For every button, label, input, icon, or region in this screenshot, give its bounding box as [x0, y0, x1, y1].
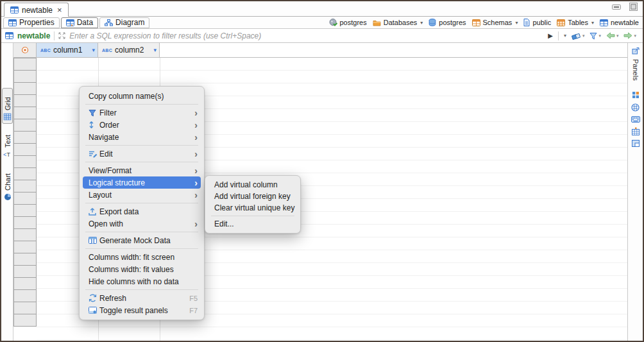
column-dropdown-icon[interactable]: ▾	[92, 47, 95, 53]
row-header-cell[interactable]	[13, 241, 37, 253]
row-header-cell[interactable]	[13, 143, 37, 156]
chevron-down-icon[interactable]: ▾	[420, 20, 423, 26]
tables-icon	[557, 19, 565, 26]
prev-arrow-button[interactable]: ▾	[606, 32, 619, 39]
breadcrumb-schemas[interactable]: Schemas▾	[472, 19, 518, 26]
menu-item-layout[interactable]: Layout›	[80, 189, 204, 201]
column-dropdown-icon[interactable]: ▾	[153, 47, 157, 53]
maximize-icon[interactable]	[629, 3, 638, 11]
menu-item-order[interactable]: Order›	[80, 119, 204, 131]
row-header-cell[interactable]	[13, 180, 37, 192]
breadcrumb-databases[interactable]: Databases▾	[373, 19, 423, 26]
tab-text[interactable]: <TText	[2, 129, 13, 161]
submenu-item-add-virtual-column[interactable]: Add virtual column	[205, 179, 300, 191]
submenu-item-edit[interactable]: Edit...	[205, 218, 300, 230]
next-arrow-button[interactable]: ▾	[623, 32, 636, 39]
tab-properties[interactable]: Properties	[3, 17, 60, 28]
menu-item-filter[interactable]: Filter›	[80, 107, 204, 119]
submenu-item-add-virtual-foreign-key[interactable]: Add virtual foreign key	[205, 191, 300, 202]
row-header-cell[interactable]	[13, 204, 37, 217]
row-header-cell[interactable]	[13, 70, 37, 83]
menu-item-label: Layout	[89, 191, 112, 200]
row-header-cell[interactable]	[13, 277, 37, 290]
tab-chart[interactable]: Chart	[2, 165, 13, 203]
breadcrumb-tables[interactable]: Tables▾	[557, 19, 594, 26]
chevron-down-icon[interactable]: ▾	[582, 33, 585, 38]
menu-item-copy-column-name-s[interactable]: Copy column name(s)	[80, 90, 204, 102]
row-header-cell[interactable]	[13, 216, 37, 229]
submenu-chevron-icon: ›	[194, 219, 198, 228]
menu-item-label: View/Format	[89, 166, 131, 175]
editor-tab-label: newtable	[22, 6, 53, 15]
row-header-cell[interactable]	[13, 253, 37, 266]
tab-diagram[interactable]: Diagram	[99, 17, 149, 28]
execute-button[interactable]: ▶	[548, 32, 553, 39]
value-viewer-panel-icon[interactable]	[632, 140, 640, 147]
column-header-column1[interactable]: ABCcolumn1▾	[37, 43, 98, 57]
close-icon[interactable]: ×	[57, 5, 62, 15]
row-header-cell[interactable]	[13, 94, 37, 107]
chevron-down-icon[interactable]: ▾	[616, 33, 619, 38]
row-header-cell[interactable]	[13, 265, 37, 278]
chevron-down-icon[interactable]: ▾	[634, 33, 636, 38]
breadcrumb-databases-label: Databases	[384, 19, 418, 26]
shortcut-label: F5	[189, 295, 198, 302]
calc-panel-icon[interactable]	[632, 91, 640, 99]
menu-item-hide-columns-with-no-data[interactable]: Hide columns with no data	[80, 275, 204, 287]
filters-button[interactable]: ▾	[589, 32, 601, 40]
row-header-cell[interactable]	[13, 314, 37, 327]
row-header-cell[interactable]	[13, 58, 37, 71]
row-header-cell[interactable]	[13, 302, 37, 314]
breadcrumb-schema[interactable]: public	[523, 19, 551, 26]
column-header-column2[interactable]: ABCcolumn2▾	[98, 43, 160, 57]
menu-item-logical-structure[interactable]: Logical structure›	[83, 176, 201, 189]
row-header-cell[interactable]	[13, 131, 37, 144]
editor-tab-newtable[interactable]: newtable ×	[4, 3, 69, 17]
menu-item-label: Edit	[99, 150, 113, 158]
chevron-down-icon[interactable]: ▾	[515, 20, 518, 26]
clear-filter-button[interactable]: ▾	[572, 32, 585, 40]
menu-item-export-data[interactable]: Export data	[80, 205, 204, 218]
divider	[558, 31, 559, 40]
expand-icon[interactable]	[58, 32, 65, 39]
chevron-down-icon[interactable]: ▾	[598, 33, 601, 38]
sql-filter-input[interactable]	[69, 30, 544, 42]
row-header-cell[interactable]	[13, 82, 37, 95]
menu-item-generate-mock-data[interactable]: Generate Mock Data	[80, 234, 204, 246]
menu-item-toggle-result-panels[interactable]: Toggle result panelsF7	[80, 304, 204, 316]
menu-item-edit[interactable]: Edit›	[80, 148, 204, 160]
submenu-item-clear-virtual-unique-key[interactable]: Clear virtual unique key	[205, 202, 300, 214]
breadcrumb-database[interactable]: postgres	[428, 19, 466, 26]
menu-separator	[211, 216, 294, 216]
menu-item-navigate[interactable]: Navigate›	[80, 131, 204, 143]
menu-item-refresh[interactable]: RefreshF5	[80, 292, 204, 304]
edit-icon	[89, 150, 99, 158]
grid-column-headers: ABCcolumn1▾ABCcolumn2▾	[37, 43, 160, 57]
metadata-panel-icon[interactable]	[632, 127, 640, 135]
chevron-down-icon[interactable]: ▾	[591, 20, 594, 26]
minimize-icon[interactable]	[612, 4, 621, 10]
grid-corner-cell[interactable]	[13, 43, 37, 57]
aggregate-panel-icon[interactable]	[631, 103, 640, 112]
execute-dropdown[interactable]: ▾	[564, 33, 566, 38]
row-header-cell[interactable]	[13, 155, 37, 168]
row-header-cell[interactable]	[13, 192, 37, 205]
menu-item-view-format[interactable]: View/Format›	[80, 164, 204, 176]
row-header-cell[interactable]	[13, 289, 37, 302]
row-header-cell[interactable]	[13, 228, 37, 241]
row-header-cell[interactable]	[13, 107, 37, 119]
diagram-icon	[105, 19, 113, 26]
menu-item-columns-width-fit-values[interactable]: Columns width: fit values	[80, 263, 204, 275]
submenu-chevron-icon: ›	[194, 166, 198, 175]
maximize-panels-icon[interactable]	[632, 47, 640, 55]
menu-item-columns-width-fit-screen[interactable]: Columns width: fit screen	[80, 251, 204, 263]
tab-data[interactable]: Data	[61, 17, 98, 28]
tab-grid[interactable]: Grid	[2, 88, 13, 124]
menu-item-open-with[interactable]: Open with›	[80, 218, 204, 230]
row-header-cell[interactable]	[13, 167, 37, 180]
breadcrumb-connection[interactable]: postgres	[329, 19, 367, 26]
keyboard-panel-icon[interactable]	[631, 116, 640, 123]
submenu-chevron-icon: ›	[194, 108, 198, 117]
row-header-cell[interactable]	[13, 119, 37, 132]
breadcrumb-table[interactable]: newtable	[600, 19, 639, 26]
